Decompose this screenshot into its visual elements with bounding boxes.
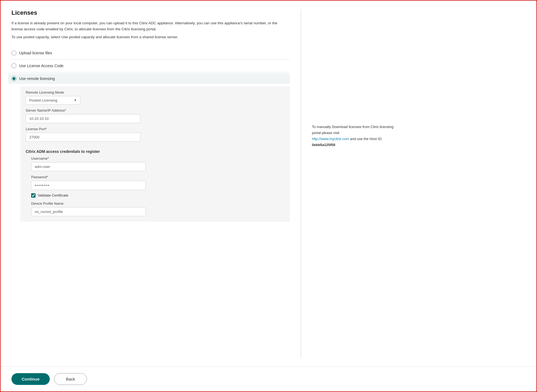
radio-upload-input[interactable]: [11, 51, 16, 55]
main-content: Licenses If a license is already present…: [1, 1, 536, 366]
password-label: Password*: [31, 175, 284, 179]
port-input[interactable]: [26, 133, 140, 142]
right-panel-text: To manually Download licenses from Citri…: [312, 124, 394, 148]
server-input[interactable]: [26, 114, 140, 123]
host-id: 0ebb5a125f58: [312, 143, 335, 147]
device-profile-label: Device Profile Name: [31, 201, 284, 206]
remote-licensing-section: Remote Licensing Mode Pooled Licensing ▼…: [20, 87, 290, 222]
continue-button[interactable]: Continue: [11, 373, 50, 385]
username-input[interactable]: [31, 162, 146, 171]
left-panel: Licenses If a license is already present…: [11, 9, 301, 358]
page-wrapper: Licenses If a license is already present…: [0, 0, 537, 392]
credentials-inner: Username* Password* Validate Certificate: [31, 156, 284, 216]
radio-upload[interactable]: Upload license files: [11, 48, 290, 58]
validate-cert-checkbox[interactable]: [31, 193, 36, 198]
page-title: Licenses: [11, 9, 290, 16]
credentials-section: Citrix ADM access credentials to registe…: [26, 149, 284, 216]
footer-bar: Continue Back: [1, 366, 536, 391]
radio-remote[interactable]: Use remote licensing: [8, 73, 290, 84]
username-label: Username*: [31, 156, 284, 161]
divider1: [11, 59, 290, 60]
radio-group: Upload license files Use License Access …: [11, 48, 290, 222]
validate-cert-row: Validate Certificate: [31, 193, 284, 198]
radio-remote-label: Use remote licensing: [19, 76, 55, 81]
radio-upload-label: Upload license files: [19, 51, 52, 55]
description2: To use pooled capacity, select Use poole…: [11, 34, 290, 40]
description1: If a license is already present on your …: [11, 20, 290, 32]
server-label: Server Name/IP Address*: [26, 108, 284, 112]
divider2: [11, 72, 290, 72]
password-input[interactable]: [31, 181, 146, 190]
mycitrix-link[interactable]: http://www.mycitrix.com: [312, 137, 349, 141]
chevron-down-icon: ▼: [74, 99, 77, 102]
port-label: License Port*: [26, 127, 284, 131]
radio-remote-container: Use remote licensing Remote Licensing Mo…: [11, 73, 290, 222]
radio-remote-input[interactable]: [11, 76, 16, 81]
device-profile-input[interactable]: [31, 207, 146, 216]
radio-access-code-input[interactable]: [11, 63, 16, 68]
right-panel-text1: To manually Download licenses from Citri…: [312, 125, 393, 135]
back-button[interactable]: Back: [54, 373, 87, 385]
credentials-title: Citrix ADM access credentials to registe…: [26, 149, 284, 154]
mode-dropdown[interactable]: Pooled Licensing ▼: [26, 96, 80, 105]
radio-access-code-label: Use License Access Code: [19, 64, 64, 68]
right-panel-text2: and use the Host ID:: [350, 137, 382, 141]
validate-cert-label: Validate Certificate: [38, 193, 68, 197]
right-panel: To manually Download licenses from Citri…: [301, 9, 394, 358]
mode-label: Remote Licensing Mode: [26, 90, 284, 94]
radio-access-code[interactable]: Use License Access Code: [11, 61, 290, 71]
mode-value: Pooled Licensing: [29, 98, 57, 102]
